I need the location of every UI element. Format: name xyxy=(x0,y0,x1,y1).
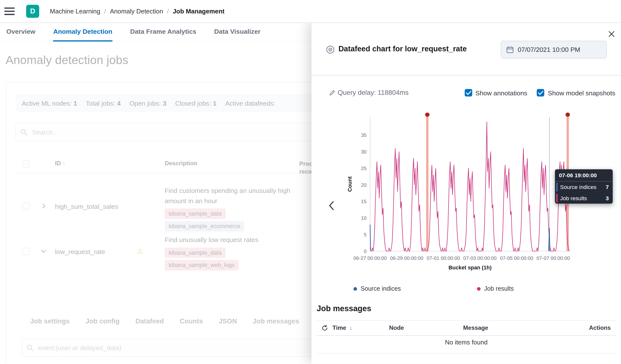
svg-text:06-29 00:00:00: 06-29 00:00:00 xyxy=(390,255,423,261)
series-color-bar xyxy=(556,194,558,203)
show-annotations-checkbox[interactable] xyxy=(465,89,472,97)
svg-text:5: 5 xyxy=(364,232,366,237)
tab-data-visualizer[interactable]: Data Visualizer xyxy=(214,22,260,42)
svg-text:35: 35 xyxy=(361,132,366,138)
check-icon xyxy=(466,90,471,95)
legend-source-indices[interactable]: Source indices xyxy=(354,285,401,292)
close-icon[interactable] xyxy=(607,30,615,38)
svg-text:07-07 00:00:00: 07-07 00:00:00 xyxy=(536,255,570,261)
tab-anomaly-detection[interactable]: Anomaly Detection xyxy=(53,22,112,42)
breadcrumb-anomaly-detection[interactable]: Anomaly Detection xyxy=(110,8,173,15)
flyout-title: Datafeed chart for low_request_rate xyxy=(338,45,466,53)
date-picker-value: 07/07/2021 10:00 PM xyxy=(518,46,580,53)
svg-text:15: 15 xyxy=(361,199,366,204)
tooltip-row-source-indices: Source indices 7 xyxy=(555,182,613,193)
svg-text:Bucket span (1h): Bucket span (1h) xyxy=(448,265,492,271)
tab-data-frame-analytics[interactable]: Data Frame Analytics xyxy=(130,22,196,42)
svg-text:06-27 00:00:00: 06-27 00:00:00 xyxy=(354,255,387,261)
legend-dot xyxy=(354,287,357,291)
column-node: Node xyxy=(389,324,404,331)
logo-letter: D xyxy=(30,7,35,16)
table-bottom-border xyxy=(317,353,616,354)
sort-desc-icon: ↓ xyxy=(349,325,352,331)
svg-text:25: 25 xyxy=(361,166,366,171)
refresh-icon[interactable] xyxy=(322,325,328,333)
deployment-logo[interactable]: D xyxy=(26,5,39,17)
show-model-snapshots-checkbox[interactable] xyxy=(537,89,544,97)
chart-tooltip: 07-06 19:00:00 Source indices 7 Job resu… xyxy=(555,169,613,204)
check-icon xyxy=(538,90,543,95)
column-time[interactable]: Time ↓ xyxy=(332,324,352,331)
svg-text:10: 10 xyxy=(361,215,366,221)
tooltip-title: 07-06 19:00:00 xyxy=(555,169,613,182)
svg-text:20: 20 xyxy=(361,182,366,188)
svg-text:07-05 00:00:00: 07-05 00:00:00 xyxy=(500,255,533,261)
svg-text:0: 0 xyxy=(364,248,366,254)
breadcrumb: Machine Learning Anomaly Detection Job M… xyxy=(50,8,224,15)
divider xyxy=(311,75,621,76)
svg-text:07-01 00:00:00: 07-01 00:00:00 xyxy=(427,255,460,261)
menu-icon[interactable] xyxy=(4,8,15,15)
date-picker[interactable]: 07/07/2021 10:00 PM xyxy=(500,41,607,59)
job-messages-title: Job messages xyxy=(317,304,371,313)
pencil-icon xyxy=(329,89,336,98)
breadcrumb-machine-learning[interactable]: Machine Learning xyxy=(50,8,110,15)
legend-dot xyxy=(477,287,481,291)
chevron-left-icon[interactable] xyxy=(327,200,337,212)
svg-text:Count: Count xyxy=(347,177,353,192)
series-color-bar xyxy=(556,182,558,191)
calendar-icon xyxy=(506,46,514,53)
show-annotations-label[interactable]: Show annotations xyxy=(475,89,527,97)
show-model-snapshots-label[interactable]: Show model snapshots xyxy=(548,89,615,97)
column-actions: Actions xyxy=(589,324,611,331)
datafeed-chart-icon xyxy=(326,45,335,56)
tooltip-row-job-results: Job results 3 xyxy=(555,193,613,204)
svg-text:07-03 00:00:00: 07-03 00:00:00 xyxy=(464,255,497,261)
legend-job-results[interactable]: Job results xyxy=(477,285,514,292)
svg-text:30: 30 xyxy=(361,149,366,154)
top-bar: D Machine Learning Anomaly Detection Job… xyxy=(0,0,621,23)
column-message: Message xyxy=(463,324,488,331)
app-window: D Machine Learning Anomaly Detection Job… xyxy=(0,0,621,364)
breadcrumb-job-management: Job Management xyxy=(173,8,224,15)
tab-overview[interactable]: Overview xyxy=(6,22,35,42)
empty-table-message: No items found xyxy=(311,339,621,346)
datafeed-chart-flyout: Datafeed chart for low_request_rate 07/0… xyxy=(311,22,621,364)
query-delay-label: Query delay: 118804ms xyxy=(338,89,409,97)
job-messages-table-header: Time ↓ Node Message Actions xyxy=(317,320,616,336)
chart-controls-row: Query delay: 118804ms Show annotations S… xyxy=(311,88,621,99)
